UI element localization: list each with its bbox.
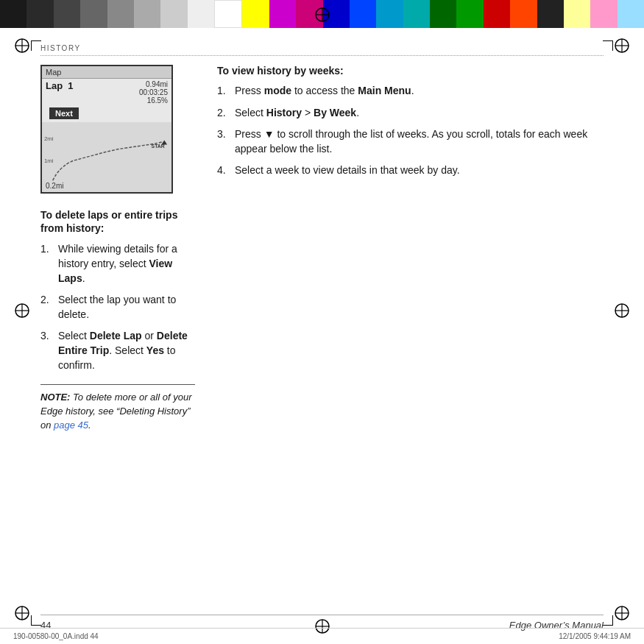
color-light-yellow — [564, 0, 590, 28]
color-dark-green — [430, 0, 456, 28]
svg-text:1mi: 1mi — [44, 158, 54, 164]
list-item: 4. Select a week to view details in that… — [217, 163, 604, 178]
step-number: 3. — [217, 127, 230, 142]
right-column: To view history by weeks: 1. Press mode … — [217, 65, 604, 433]
print-info-left: 190-00580-00_0A.indd 44 — [13, 632, 99, 640]
color-light-pink — [590, 0, 617, 28]
step-text: While viewing details for a history entr… — [58, 242, 195, 286]
color-black — [0, 0, 26, 28]
note-suffix: . — [88, 420, 91, 431]
color-yellow — [242, 0, 269, 28]
color-mid-gray — [80, 0, 107, 28]
device-screen-map-label: Map — [42, 66, 171, 79]
device-next-button: Next — [49, 107, 79, 119]
note-link[interactable]: page 45 — [54, 420, 88, 431]
view-history-steps-list: 1. Press mode to access the Main Menu. 2… — [217, 84, 604, 178]
color-light-blue — [618, 0, 644, 28]
color-blue-medium — [350, 0, 376, 28]
device-lap-label: Lap 1 — [46, 80, 74, 91]
view-history-heading: To view history by weeks: — [217, 65, 604, 77]
corner-mark-bottom-left — [31, 615, 41, 626]
lap-number: 1 — [68, 80, 73, 91]
color-near-black — [537, 0, 564, 28]
step-number: 1. — [40, 242, 54, 257]
delete-steps-list: 1. While viewing details for a history e… — [40, 242, 195, 372]
corner-mark-top-right — [603, 40, 613, 51]
step-text: Press mode to access the Main Menu. — [235, 84, 604, 99]
corner-mark-top-left — [31, 40, 41, 51]
color-green — [456, 0, 483, 28]
device-percent: 16.5% — [139, 96, 168, 105]
device-distance: 0.94mi — [139, 80, 168, 88]
step-number: 2. — [40, 293, 54, 308]
step-text: Select a week to view details in that we… — [235, 163, 604, 178]
list-item: 2. Select the lap you want to delete. — [40, 293, 195, 322]
color-teal — [403, 0, 430, 28]
color-magenta — [269, 0, 296, 28]
delete-lap-bold: Delete Lap — [90, 330, 142, 342]
svg-text:2mi: 2mi — [44, 136, 54, 143]
list-item: 1. Press mode to access the Main Menu. — [217, 84, 604, 99]
left-column: Map Lap 1 0.94mi 00:03:25 16.5% Next — [40, 65, 195, 433]
color-light-gray-1 — [107, 0, 134, 28]
device-bottom-distance: 0.2mi — [46, 182, 63, 190]
reg-mark-top-center — [314, 6, 331, 24]
reg-mark-top-right — [613, 37, 631, 54]
color-near-white — [188, 0, 214, 28]
list-item: 2. Select History > By Week. — [217, 106, 604, 121]
reg-mark-mid-left — [13, 302, 31, 319]
note-prefix: NOTE: — [40, 392, 70, 403]
step-text: Press ▼ to scroll through the list of we… — [235, 127, 604, 156]
list-item: 3. Select Delete Lap or Delete Entire Tr… — [40, 329, 195, 372]
main-menu-bold: Main Menu — [358, 85, 411, 96]
step-number: 4. — [217, 163, 230, 178]
color-red — [484, 0, 510, 28]
color-orange-red — [510, 0, 537, 28]
section-title: History — [40, 44, 604, 56]
device-screen: Map Lap 1 0.94mi 00:03:25 16.5% Next — [40, 65, 173, 194]
svg-rect-24 — [42, 123, 171, 191]
delete-laps-heading: To delete laps or entire trips from hist… — [40, 208, 195, 235]
corner-mark-bottom-right — [603, 615, 613, 626]
reg-mark-bottom-left — [13, 604, 31, 622]
two-column-layout: Map Lap 1 0.94mi 00:03:25 16.5% Next — [40, 65, 604, 433]
yes-bold: Yes — [146, 344, 164, 356]
print-info-right: 12/1/2005 9:44:19 AM — [559, 632, 631, 640]
reg-mark-mid-right — [613, 302, 631, 319]
device-time: 00:03:25 — [139, 88, 168, 96]
step-text: Select the lap you want to delete. — [58, 293, 195, 322]
mode-bold: mode — [264, 85, 291, 96]
note-section: NOTE: To delete more or all of your Edge… — [40, 384, 195, 433]
page-content: History Map Lap 1 0.94mi 00:03:25 16.5% — [40, 44, 604, 607]
reg-mark-bottom-right — [613, 604, 631, 622]
reg-mark-top-left — [13, 37, 31, 54]
step-number: 1. — [217, 84, 230, 99]
color-white — [214, 0, 242, 28]
device-map-area: 2mi 1mi STAR 0.2mi — [42, 122, 171, 192]
color-light-gray-3 — [160, 0, 187, 28]
color-dark-gray-1 — [26, 0, 53, 28]
view-laps-bold: View Laps — [58, 258, 172, 284]
step-number: 2. — [217, 106, 230, 121]
color-dark-gray-2 — [54, 0, 80, 28]
list-item: 3. Press ▼ to scroll through the list of… — [217, 127, 604, 156]
step-number: 3. — [40, 329, 54, 344]
by-week-bold: By Week — [314, 107, 356, 118]
history-bold: History — [266, 107, 302, 118]
step-text: Select Delete Lap or Delete Entire Trip.… — [58, 329, 195, 372]
color-cyan-blue — [376, 0, 403, 28]
list-item: 1. While viewing details for a history e… — [40, 242, 195, 286]
color-light-gray-2 — [134, 0, 160, 28]
device-stats: 0.94mi 00:03:25 16.5% — [139, 80, 168, 105]
step-text: Select History > By Week. — [235, 106, 604, 121]
print-info-bar: 190-00580-00_0A.indd 44 12/1/2005 9:44:1… — [0, 628, 644, 644]
lap-word: Lap — [46, 80, 63, 91]
